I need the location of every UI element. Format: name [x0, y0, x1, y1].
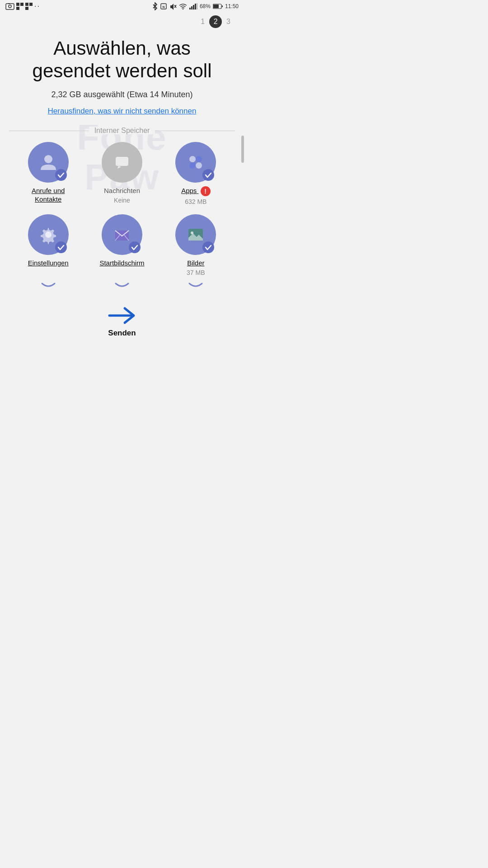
flipboard2-icon	[25, 3, 33, 10]
checkmark-settings	[55, 241, 67, 253]
page-indicator: 1 2 3	[0, 15, 244, 28]
svg-rect-23	[116, 157, 128, 166]
send-button[interactable]	[106, 304, 138, 327]
battery-icon	[213, 4, 223, 9]
send-section: Senden	[0, 291, 244, 347]
item-homescreen[interactable]: Startbildschirm	[87, 214, 156, 277]
show-more-2[interactable]	[87, 281, 156, 291]
item-calls-contacts-icon-wrap	[28, 142, 69, 183]
item-calls-contacts[interactable]: Anrufe undKontakte	[14, 142, 83, 205]
svg-text:N: N	[162, 5, 164, 9]
item-settings[interactable]: Einstellungen	[14, 214, 83, 277]
person-check-icon	[38, 152, 59, 173]
gear-icon	[38, 224, 59, 245]
svg-point-24	[189, 156, 196, 162]
storage-divider: Interner Speicher	[0, 127, 244, 135]
checkmark-calls	[55, 169, 67, 181]
status-bar: ·· N 68% 11:50	[0, 0, 244, 13]
page-1: 1	[201, 18, 205, 26]
expand-arrow-3	[188, 281, 204, 291]
item-apps-sublabel: 632 MB	[185, 198, 206, 205]
expand-arrow-2	[114, 281, 130, 291]
apps-icon	[185, 152, 206, 173]
mute-icon	[169, 3, 177, 10]
item-messages[interactable]: Nachrichten Keine	[87, 142, 156, 205]
svg-rect-8	[25, 7, 28, 10]
item-homescreen-label: Startbildschirm	[99, 259, 144, 268]
svg-rect-6	[25, 3, 28, 6]
svg-point-26	[189, 162, 196, 169]
svg-rect-18	[197, 3, 197, 9]
info-link-container[interactable]: Herausfinden, was wir nicht senden könne…	[0, 102, 244, 123]
item-pictures-label: Bilder	[187, 259, 204, 268]
battery-percent: 68%	[200, 3, 211, 9]
item-pictures-sublabel: 37 MB	[187, 269, 205, 276]
svg-rect-4	[20, 3, 23, 6]
photo-icon	[5, 3, 14, 10]
checkmark-homescreen	[129, 241, 141, 253]
svg-rect-17	[195, 4, 196, 9]
bluetooth-icon	[152, 2, 158, 10]
item-apps-label: Apps !	[181, 186, 210, 196]
page-2-active: 2	[209, 15, 222, 28]
send-arrow-icon	[108, 306, 136, 326]
item-calls-contacts-label: Anrufe undKontakte	[32, 186, 65, 204]
checkmark-pictures	[202, 241, 214, 253]
svg-point-22	[44, 155, 52, 163]
svg-rect-15	[191, 6, 192, 9]
svg-point-27	[196, 162, 202, 169]
svg-rect-14	[189, 8, 191, 9]
show-more-1[interactable]	[14, 281, 83, 291]
item-messages-sublabel: Keine	[114, 197, 130, 204]
more-apps-dots: ··	[34, 2, 40, 10]
svg-point-25	[196, 156, 202, 162]
chat-icon	[112, 152, 132, 172]
svg-point-1	[9, 5, 11, 8]
svg-rect-7	[29, 3, 33, 6]
item-messages-icon-wrap	[102, 142, 142, 183]
status-left-icons: ··	[5, 2, 40, 10]
svg-rect-0	[6, 4, 14, 9]
show-more-row	[0, 276, 244, 291]
nfc-icon: N	[160, 3, 167, 10]
item-settings-icon-wrap	[28, 214, 69, 255]
homescreen-icon	[112, 224, 132, 245]
svg-rect-2	[8, 3, 10, 4]
wifi-icon	[179, 3, 187, 9]
page-title: Auswählen, was gesendet werden soll	[0, 28, 244, 90]
clock: 11:50	[225, 3, 239, 9]
item-pictures-icon-wrap	[175, 214, 216, 255]
page-3: 3	[226, 18, 230, 26]
checkmark-apps	[202, 169, 214, 181]
item-apps[interactable]: Apps ! 632 MB	[161, 142, 230, 205]
send-label: Senden	[108, 329, 136, 338]
svg-point-13	[183, 9, 183, 9]
show-more-3[interactable]	[161, 281, 230, 291]
selection-info: 2,32 GB ausgewählt (Etwa 14 Minuten)	[0, 90, 244, 102]
item-homescreen-icon-wrap	[102, 214, 142, 255]
apps-error-badge: !	[201, 186, 211, 196]
svg-rect-16	[193, 5, 194, 9]
item-apps-icon-wrap	[175, 142, 216, 183]
flipboard-icon	[16, 3, 23, 10]
signal-icon	[189, 3, 197, 9]
svg-rect-21	[222, 5, 223, 7]
item-pictures[interactable]: Bilder 37 MB	[161, 214, 230, 277]
svg-rect-3	[16, 3, 19, 6]
svg-rect-20	[213, 5, 219, 8]
svg-rect-5	[16, 7, 19, 10]
image-icon	[185, 224, 206, 245]
items-grid: Anrufe undKontakte Nachrichten Keine App…	[0, 142, 244, 277]
info-link[interactable]: Herausfinden, was wir nicht senden könne…	[48, 107, 197, 115]
item-settings-label: Einstellungen	[28, 259, 69, 268]
expand-arrow-1	[40, 281, 56, 291]
item-messages-label: Nachrichten	[104, 186, 140, 195]
status-right-icons: N 68% 11:50	[152, 2, 239, 10]
